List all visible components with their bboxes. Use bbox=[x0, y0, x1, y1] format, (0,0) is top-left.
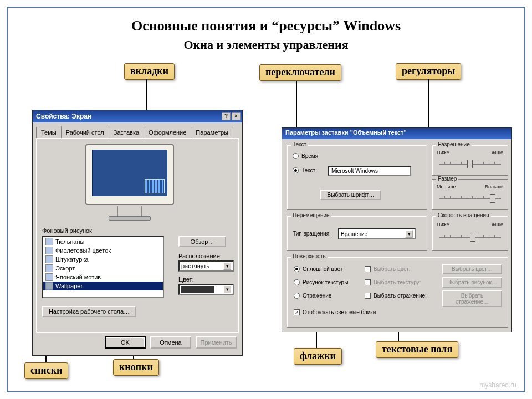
group-text: Текст Время Текст: Microsoft Windows Выб… bbox=[287, 145, 427, 210]
monitor-preview bbox=[85, 144, 174, 222]
checkbox-icon bbox=[365, 266, 371, 272]
group-caption: Поверхность bbox=[291, 253, 328, 259]
check-choose-texture: Выбрать текстуру: bbox=[365, 279, 421, 285]
choose-texture-button: Выбрать рисунок… bbox=[442, 277, 502, 288]
list-item-selected[interactable]: Wallpaper bbox=[43, 282, 163, 290]
group-speed: Скорость вращения Ниже Выше bbox=[432, 216, 508, 251]
slider-thumb[interactable] bbox=[490, 194, 495, 203]
image-icon bbox=[45, 282, 53, 290]
titlebar: Параметры заставки "Объемный текст" bbox=[282, 128, 511, 139]
ok-button[interactable]: OK bbox=[105, 336, 146, 349]
callout-textfields: текстовые поля bbox=[376, 341, 458, 358]
slider-label-low: Ниже bbox=[437, 222, 449, 227]
group-caption: Разрешение bbox=[436, 141, 472, 147]
radio-solid-color[interactable]: Сплошной цвет bbox=[294, 266, 342, 272]
list-item[interactable]: Штукатурка bbox=[43, 255, 163, 264]
close-button[interactable]: × bbox=[232, 112, 241, 120]
radio-icon bbox=[293, 153, 299, 159]
checkbox-icon bbox=[365, 293, 371, 299]
image-icon bbox=[45, 273, 53, 281]
dialog-buttons: OK Отмена Применить bbox=[33, 336, 242, 352]
tab-desktop[interactable]: Рабочий стол bbox=[61, 126, 109, 139]
callout-buttons: кнопки bbox=[113, 359, 159, 376]
list-item[interactable]: Японский мотив bbox=[43, 273, 163, 282]
callout-sliders: регуляторы bbox=[396, 63, 461, 80]
position-value: растянуть bbox=[181, 263, 209, 269]
choose-color-button: Выбрать цвет… bbox=[442, 264, 502, 274]
check-choose-color: Выбрать цвет: bbox=[365, 266, 411, 272]
dropdown-arrow-icon[interactable]: ▾ bbox=[223, 285, 231, 293]
checkbox-icon: ✓ bbox=[294, 309, 300, 315]
dialog-title: Свойства: Экран bbox=[36, 112, 91, 120]
group-movement: Перемещение Тип вращения: Вращение ▾ bbox=[287, 216, 427, 251]
color-label: Цвет: bbox=[178, 276, 194, 283]
color-swatch bbox=[181, 286, 214, 293]
check-choose-reflection[interactable]: Выбрать отражение: bbox=[365, 293, 427, 299]
radio-icon bbox=[294, 279, 300, 285]
slide-subtitle: Окна и элементы управления bbox=[8, 38, 524, 52]
tab-panel: Фоновый рисунок: Тюльпаны Фиолетовый цве… bbox=[36, 138, 239, 333]
callout-tabs: вкладки bbox=[124, 63, 175, 80]
cancel-button[interactable]: Отмена bbox=[150, 336, 191, 349]
dropdown-arrow-icon[interactable]: ▾ bbox=[405, 230, 413, 238]
list-item[interactable]: Эскорт bbox=[43, 264, 163, 273]
choose-reflection-button: Выбрать отражение… bbox=[442, 290, 502, 307]
slider-label-high: Больше bbox=[485, 184, 503, 190]
group-surface: Поверхность Сплошной цвет Рисунок тексту… bbox=[287, 257, 508, 328]
background-label: Фоновый рисунок: bbox=[42, 227, 94, 234]
radio-time[interactable]: Время bbox=[293, 153, 318, 159]
group-size: Размер Меньше Больше bbox=[432, 179, 508, 210]
rotation-value: Вращение bbox=[341, 231, 367, 237]
position-combo[interactable]: растянуть ▾ bbox=[178, 260, 234, 272]
text-input[interactable]: Microsoft Windows bbox=[328, 166, 411, 176]
radio-icon bbox=[294, 293, 300, 299]
slider-label-high: Выше bbox=[489, 150, 503, 155]
slider-thumb[interactable] bbox=[470, 233, 475, 242]
speed-slider[interactable] bbox=[437, 229, 503, 241]
group-caption: Текст bbox=[291, 141, 308, 147]
radio-texture[interactable]: Рисунок текстуры bbox=[294, 279, 348, 285]
checkbox-icon bbox=[365, 279, 371, 285]
titlebar: Свойства: Экран ? × bbox=[33, 110, 242, 122]
slide-title: Основные понятия и “ресурсы” Windows bbox=[8, 18, 524, 34]
background-list[interactable]: Тюльпаны Фиолетовый цветок Штукатурка Эс… bbox=[42, 236, 164, 298]
customize-desktop-button[interactable]: Настройка рабочего стола… bbox=[42, 306, 136, 317]
watermark: myshared.ru bbox=[479, 381, 516, 389]
slider-label-low: Меньше bbox=[437, 184, 456, 190]
group-caption: Скорость вращения bbox=[436, 212, 491, 218]
group-caption: Размер bbox=[436, 176, 458, 182]
check-glare[interactable]: ✓ Отображать световые блики bbox=[294, 309, 376, 315]
screensaver-options-dialog: Параметры заставки "Объемный текст" Текс… bbox=[282, 127, 512, 332]
help-button[interactable]: ? bbox=[222, 112, 231, 120]
slider-thumb[interactable] bbox=[467, 160, 473, 168]
callout-lists: списки bbox=[24, 362, 68, 379]
display-properties-dialog: Свойства: Экран ? × Темы Рабочий стол За… bbox=[32, 110, 243, 356]
group-resolution: Разрешение Ниже Выше bbox=[432, 145, 508, 176]
rotation-combo[interactable]: Вращение ▾ bbox=[338, 228, 416, 239]
size-slider[interactable] bbox=[437, 191, 503, 202]
list-item[interactable]: Фиолетовый цветок bbox=[43, 246, 163, 255]
callout-checks: флажки bbox=[294, 348, 342, 365]
image-icon bbox=[45, 247, 53, 254]
radio-icon bbox=[294, 266, 300, 272]
group-caption: Перемещение bbox=[291, 212, 331, 218]
apply-button[interactable]: Применить bbox=[196, 336, 237, 349]
radio-icon bbox=[293, 167, 299, 173]
slider-label-high: Выше bbox=[489, 222, 503, 227]
image-icon bbox=[45, 238, 53, 245]
image-icon bbox=[45, 255, 53, 263]
color-combo[interactable]: ▾ bbox=[178, 284, 234, 295]
browse-button[interactable]: Обзор… bbox=[178, 236, 226, 247]
radio-reflection[interactable]: Отражение bbox=[294, 293, 331, 299]
callout-radios: переключатели bbox=[259, 64, 341, 81]
dropdown-arrow-icon[interactable]: ▾ bbox=[223, 262, 231, 270]
list-item[interactable]: Тюльпаны bbox=[43, 237, 163, 246]
choose-font-button[interactable]: Выбрать шрифт… bbox=[320, 190, 381, 200]
radio-text[interactable]: Текст: bbox=[293, 167, 317, 173]
resolution-slider[interactable] bbox=[437, 156, 503, 167]
rotation-label: Тип вращения: bbox=[293, 231, 331, 237]
slide-frame: Основные понятия и “ресурсы” Windows Окн… bbox=[7, 7, 525, 392]
slider-label-low: Ниже bbox=[437, 150, 449, 155]
position-label: Расположение: bbox=[178, 253, 222, 259]
image-icon bbox=[45, 264, 53, 272]
